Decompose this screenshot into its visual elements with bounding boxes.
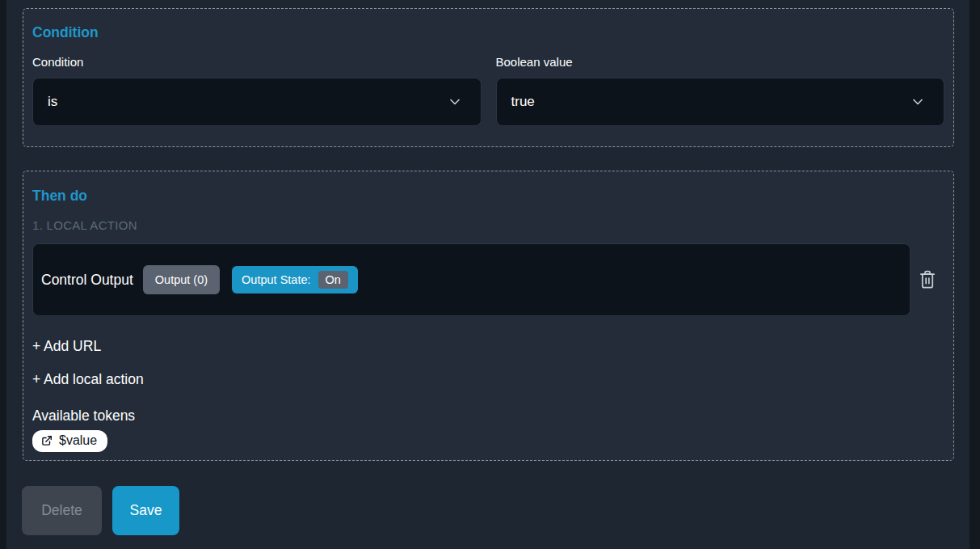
then-do-section-title: Then do (32, 186, 944, 205)
value-token-label: $value (59, 433, 97, 448)
chevron-down-icon (447, 94, 463, 110)
condition-field-label: Condition (32, 54, 482, 70)
output-state-badge-value: On (318, 271, 348, 289)
then-do-section: Then do 1. LOCAL ACTION Control Output O… (23, 171, 954, 461)
add-url-link[interactable]: + Add URL (32, 338, 101, 355)
boolean-value-field-label: Boolean value (496, 54, 945, 70)
available-tokens-label: Available tokens (32, 408, 944, 424)
condition-section-title: Condition (32, 23, 944, 42)
condition-field: Condition is (32, 54, 482, 126)
action-name: Control Output (41, 272, 133, 289)
delete-button[interactable]: Delete (22, 486, 102, 535)
local-action-step-label: 1. LOCAL ACTION (32, 218, 944, 233)
boolean-value-field: Boolean value true (496, 54, 945, 126)
tokens-row: $value (32, 424, 944, 452)
trash-icon (917, 268, 938, 291)
boolean-value-select[interactable]: true (496, 78, 945, 126)
delete-action-button[interactable] (911, 268, 944, 291)
condition-section: Condition Condition is Boolean value tru… (23, 8, 954, 147)
value-token-chip[interactable]: $value (32, 430, 107, 452)
footer-actions: Delete Save (22, 486, 969, 535)
external-link-icon (41, 435, 53, 446)
condition-select[interactable]: is (32, 78, 482, 126)
output-badge[interactable]: Output (0) (143, 265, 220, 294)
add-local-action-link[interactable]: + Add local action (32, 371, 144, 388)
save-button[interactable]: Save (112, 486, 179, 535)
chevron-down-icon (910, 94, 926, 110)
local-action-card: Control Output Output (0) Output State: … (32, 243, 911, 316)
output-state-badge-label: Output State: (242, 273, 310, 286)
condition-fields: Condition is Boolean value true (32, 54, 944, 126)
output-state-badge[interactable]: Output State: On (232, 266, 358, 294)
rule-editor-panel: Condition Condition is Boolean value tru… (6, 0, 969, 549)
local-action-row: Control Output Output (0) Output State: … (32, 243, 944, 316)
boolean-value-select-value: true (511, 94, 535, 110)
condition-select-value: is (48, 94, 57, 110)
